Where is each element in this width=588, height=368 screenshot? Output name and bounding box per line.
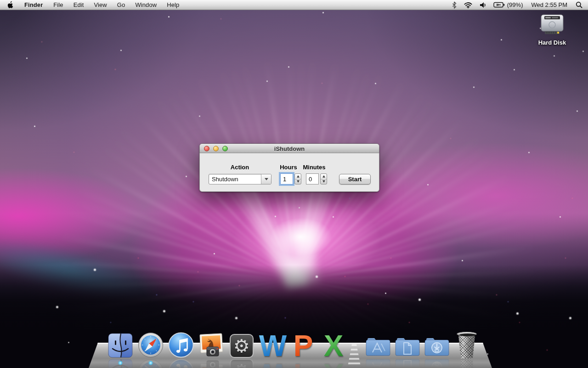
safari-icon xyxy=(138,332,164,358)
running-indicator-finder xyxy=(118,361,123,365)
dock-item-safari[interactable] xyxy=(138,332,164,358)
volume-menu-extra[interactable] xyxy=(476,0,490,10)
volume-icon xyxy=(480,2,486,8)
desktop-screen: Finder File Edit View Go Window Help (99… xyxy=(0,0,588,368)
menu-label: Go xyxy=(117,1,125,8)
dock: ⚙ W P X xyxy=(0,322,588,368)
window-titlebar[interactable]: iShutdown xyxy=(199,144,379,153)
menu-label: View xyxy=(94,1,107,8)
dock-item-iphoto[interactable] xyxy=(198,332,224,358)
ishutdown-window: iShutdown Action Hours Minutes Shutdown xyxy=(199,144,379,192)
minutes-stepper[interactable] xyxy=(320,173,327,184)
menu-label: File xyxy=(53,1,63,8)
wifi-menu-extra[interactable] xyxy=(460,0,476,10)
itunes-icon xyxy=(168,332,194,358)
minutes-label: Minutes xyxy=(293,164,336,171)
wifi-icon xyxy=(464,2,472,8)
action-dropdown[interactable]: Shutdown xyxy=(209,174,271,184)
menu-label: Finder xyxy=(24,1,43,8)
powerpoint-letter-icon: P xyxy=(294,329,313,362)
dock-item-downloads-folder[interactable] xyxy=(424,336,450,357)
dock-item-itunes[interactable] xyxy=(168,332,194,358)
excel-letter-icon: X xyxy=(324,329,344,362)
trash-rim-hole xyxy=(459,334,476,336)
documents-folder-icon xyxy=(394,336,421,357)
dock-item-applications-folder[interactable] xyxy=(365,336,391,357)
apple-logo-icon xyxy=(6,1,13,9)
menu-bar-clock[interactable]: Wed 2:55 PM xyxy=(526,0,572,10)
spotlight-icon xyxy=(576,1,582,8)
triangle-up-icon xyxy=(297,175,300,178)
stepper-up-button[interactable] xyxy=(321,174,327,179)
downloads-folder-icon xyxy=(424,336,450,357)
applications-folder-icon xyxy=(365,336,391,357)
menu-item-finder[interactable]: Finder xyxy=(19,0,48,10)
apple-menu[interactable] xyxy=(0,0,19,10)
menu-bar-status-area: (99%) Wed 2:55 PM xyxy=(448,0,588,10)
spotlight-menu-extra[interactable] xyxy=(572,0,588,10)
menu-label: Edit xyxy=(74,1,84,8)
menu-item-file[interactable]: File xyxy=(48,0,68,10)
dock-item-powerpoint[interactable]: P xyxy=(288,333,318,360)
iphoto-icon xyxy=(198,332,224,358)
finder-icon xyxy=(108,333,133,358)
dock-item-trash[interactable] xyxy=(456,331,477,359)
minutes-input[interactable] xyxy=(306,173,319,184)
bluetooth-icon xyxy=(452,1,457,9)
gear-icon: ⚙ xyxy=(233,337,250,355)
trash-icon xyxy=(458,334,476,358)
battery-menu-extra[interactable]: (99%) xyxy=(490,0,527,10)
menu-item-edit[interactable]: Edit xyxy=(68,0,89,10)
triangle-down-icon xyxy=(322,180,325,183)
dock-item-word[interactable]: W xyxy=(258,333,288,360)
menu-item-go[interactable]: Go xyxy=(112,0,130,10)
hours-input[interactable] xyxy=(280,173,293,184)
window-title: iShutdown xyxy=(200,145,379,152)
stepper-down-button[interactable] xyxy=(295,179,301,184)
hours-stepper[interactable] xyxy=(294,173,301,184)
running-indicator-safari xyxy=(148,361,153,365)
menu-item-view[interactable]: View xyxy=(89,0,112,10)
start-button[interactable]: Start xyxy=(339,174,371,184)
desktop-icon-hard-disk[interactable]: Hard Disk xyxy=(533,13,571,46)
menu-label: Window xyxy=(135,1,157,8)
window-body: Action Hours Minutes Shutdown Start xyxy=(199,153,379,192)
menu-item-window[interactable]: Window xyxy=(130,0,162,10)
hard-disk-label: Hard Disk xyxy=(533,39,571,46)
battery-percent: (99%) xyxy=(505,1,523,8)
triangle-up-icon xyxy=(322,175,325,178)
triangle-down-icon xyxy=(297,180,300,183)
stepper-up-button[interactable] xyxy=(295,174,301,179)
word-letter-icon: W xyxy=(259,329,287,362)
menu-item-help[interactable]: Help xyxy=(162,0,184,10)
dock-item-excel[interactable]: X xyxy=(318,333,349,360)
dock-item-documents-folder[interactable] xyxy=(394,336,421,357)
menu-bar: Finder File Edit View Go Window Help (99… xyxy=(0,0,588,10)
action-label: Action xyxy=(218,164,261,171)
chevron-down-icon xyxy=(265,178,268,180)
dock-item-system-preferences[interactable]: ⚙ xyxy=(230,334,254,358)
action-dropdown-value: Shutdown xyxy=(209,176,261,183)
stepper-down-button[interactable] xyxy=(321,179,327,184)
bluetooth-menu-extra[interactable] xyxy=(448,0,460,10)
hard-disk-icon xyxy=(538,13,566,36)
trash-rim xyxy=(457,332,477,336)
battery-icon xyxy=(493,2,505,8)
dock-item-finder[interactable] xyxy=(108,333,133,358)
action-dropdown-button[interactable] xyxy=(261,174,271,184)
menu-label: Help xyxy=(167,1,179,8)
menu-bar-left: Finder File Edit View Go Window Help xyxy=(0,0,184,10)
